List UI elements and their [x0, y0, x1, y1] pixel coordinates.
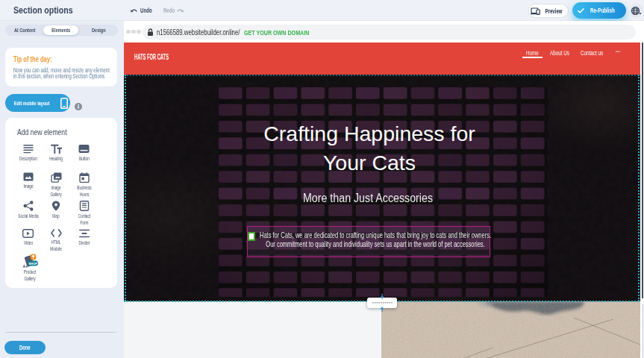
svg-text:SHOP: SHOP: [28, 262, 37, 266]
